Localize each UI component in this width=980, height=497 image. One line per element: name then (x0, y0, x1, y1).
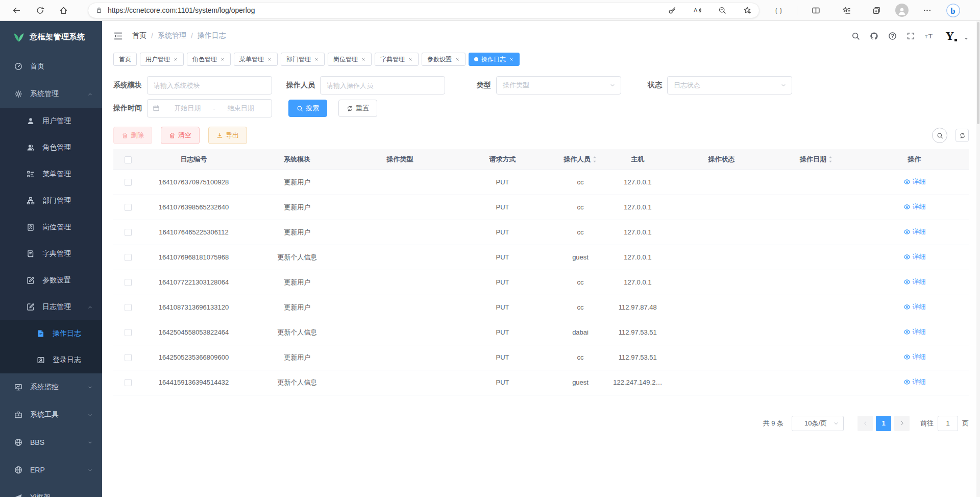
tab-岗位管理[interactable]: 岗位管理 (328, 53, 372, 66)
tab-首页[interactable]: 首页 (113, 53, 137, 66)
collections-icon[interactable] (870, 4, 884, 17)
home-icon[interactable] (54, 2, 72, 19)
operator-input[interactable] (320, 76, 445, 94)
select-all-checkbox[interactable] (125, 156, 132, 163)
row-checkbox[interactable] (125, 279, 132, 286)
sidebar-item-home[interactable]: 首页 (0, 53, 102, 80)
breadcrumb-item[interactable]: 首页 (132, 31, 146, 40)
tab-字典管理[interactable]: 字典管理 (375, 53, 419, 66)
sidebar-item-dept-mgmt[interactable]: 部门管理 (0, 187, 102, 214)
sort-caret-icon[interactable] (592, 155, 597, 163)
tab-用户管理[interactable]: 用户管理 (140, 53, 184, 66)
scrollbar[interactable] (976, 21, 980, 497)
next-page-button[interactable] (894, 416, 910, 431)
detail-link[interactable]: 详细 (903, 352, 926, 362)
detail-link[interactable]: 详细 (903, 277, 926, 287)
star-plus-icon[interactable] (742, 5, 753, 16)
row-checkbox[interactable] (125, 254, 132, 261)
sidebar-item-erp[interactable]: ERP (0, 456, 102, 484)
close-icon[interactable] (509, 57, 514, 62)
search-button[interactable]: 搜索 (288, 100, 327, 117)
sidebar-item-dict-mgmt[interactable]: 字典管理 (0, 241, 102, 267)
scrollbar-thumb[interactable] (977, 22, 979, 124)
help-icon[interactable] (888, 32, 897, 40)
extensions-icon[interactable]: { } (772, 4, 785, 17)
address-bar[interactable]: https://ccnetcore.com:1101/system/log/op… (88, 3, 760, 18)
page-size-select[interactable]: 10条/页 (792, 416, 844, 431)
detail-link[interactable]: 详细 (903, 327, 926, 337)
detail-link[interactable]: 详细 (903, 202, 926, 211)
sidebar-item-system-tools[interactable]: 系统工具 (0, 401, 102, 429)
clear-button[interactable]: 清空 (161, 127, 200, 144)
bing-chat-icon[interactable]: b (946, 3, 961, 18)
refresh-icon[interactable] (31, 2, 49, 19)
close-icon[interactable] (408, 57, 413, 62)
delete-button[interactable]: 删除 (113, 127, 152, 144)
sidebar-item-system-monitor[interactable]: 系统监控 (0, 373, 102, 401)
row-checkbox[interactable] (125, 329, 132, 336)
more-icon[interactable] (921, 4, 934, 17)
type-select[interactable]: 操作类型 (496, 76, 621, 94)
current-page-button[interactable]: 1 (876, 416, 891, 431)
column-header-op_date[interactable]: 操作日期 (773, 149, 860, 170)
detail-link[interactable]: 详细 (903, 302, 926, 312)
row-checkbox[interactable] (125, 354, 132, 361)
row-checkbox[interactable] (125, 179, 132, 186)
profile-avatar[interactable] (895, 4, 909, 17)
sidebar-item-role-mgmt[interactable]: 角色管理 (0, 134, 102, 161)
url-text[interactable]: https://ccnetcore.com:1101/system/log/op… (108, 6, 667, 14)
row-checkbox[interactable] (125, 204, 132, 211)
close-icon[interactable] (455, 57, 460, 62)
sidebar-item-system-mgmt[interactable]: 系统管理 (0, 80, 102, 108)
date-range-input[interactable]: 开始日期 - 结束日期 (147, 99, 272, 117)
close-icon[interactable] (267, 57, 272, 62)
close-icon[interactable] (361, 57, 366, 62)
breadcrumb-item[interactable]: 系统管理 (158, 31, 186, 40)
breadcrumb-item[interactable]: 操作日志 (198, 31, 226, 40)
detail-link[interactable]: 详细 (903, 252, 926, 262)
sidebar-item-param-settings[interactable]: 参数设置 (0, 267, 102, 294)
github-icon[interactable] (870, 32, 878, 40)
zoom-out-icon[interactable] (717, 5, 728, 16)
detail-link[interactable]: 详细 (903, 177, 926, 186)
detail-link[interactable]: 详细 (903, 227, 926, 236)
read-aloud-icon[interactable]: A (692, 5, 703, 16)
close-icon[interactable] (173, 57, 178, 62)
sort-caret-icon[interactable] (828, 155, 833, 163)
tab-操作日志[interactable]: 操作日志 (469, 53, 520, 66)
detail-link[interactable]: 详细 (903, 377, 926, 387)
tab-菜单管理[interactable]: 菜单管理 (234, 53, 278, 66)
prev-page-button[interactable] (857, 416, 873, 431)
fullscreen-icon[interactable] (906, 32, 915, 40)
favorites-icon[interactable] (840, 4, 853, 17)
module-input[interactable] (147, 76, 272, 94)
close-icon[interactable] (314, 57, 319, 62)
status-select[interactable]: 日志状态 (667, 76, 792, 94)
split-screen-icon[interactable] (810, 4, 823, 17)
tab-部门管理[interactable]: 部门管理 (281, 53, 325, 66)
sidebar-item-log-mgmt[interactable]: 日志管理 (0, 294, 102, 320)
tab-参数设置[interactable]: 参数设置 (422, 53, 465, 66)
close-icon[interactable] (220, 57, 225, 62)
chevron-down-icon[interactable] (964, 36, 969, 41)
export-button[interactable]: 导出 (208, 127, 247, 144)
table-refresh-button[interactable] (955, 129, 969, 142)
table-search-toggle-button[interactable] (932, 128, 947, 143)
tab-角色管理[interactable]: 角色管理 (187, 53, 231, 66)
yi-logo[interactable]: Y (945, 30, 954, 42)
search-icon[interactable] (851, 32, 860, 40)
key-icon[interactable] (667, 5, 678, 16)
sidebar-item-login-log[interactable]: 登录日志 (0, 347, 102, 373)
sidebar-item-oper-log[interactable]: 操作日志 (0, 320, 102, 347)
goto-page-input[interactable] (938, 416, 958, 431)
font-size-icon[interactable]: TT (925, 32, 934, 40)
reset-button[interactable]: 重置 (338, 100, 377, 117)
sidebar-item-post-mgmt[interactable]: 岗位管理 (0, 214, 102, 241)
sidebar-item-user-mgmt[interactable]: 用户管理 (0, 108, 102, 134)
row-checkbox[interactable] (125, 379, 132, 386)
back-icon[interactable] (7, 2, 26, 19)
row-checkbox[interactable] (125, 229, 132, 236)
sidebar-item-yi-framework[interactable]: Yi框架 (0, 484, 102, 497)
sidebar-item-menu-mgmt[interactable]: 菜单管理 (0, 161, 102, 187)
sidebar-item-bbs[interactable]: BBS (0, 429, 102, 456)
